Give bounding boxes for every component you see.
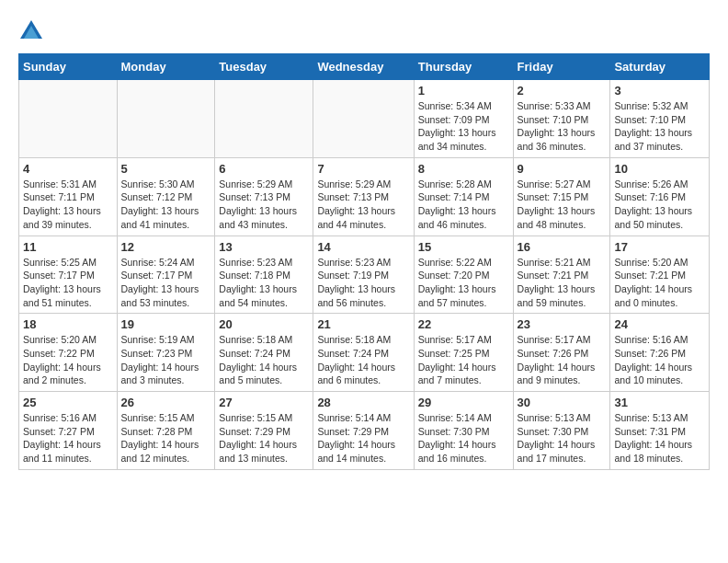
- header-cell-sunday: Sunday: [19, 54, 118, 80]
- day-info: Sunrise: 5:29 AM Sunset: 7:13 PM Dayligh…: [317, 178, 409, 232]
- day-number: 31: [614, 396, 705, 409]
- day-info: Sunrise: 5:14 AM Sunset: 7:30 PM Dayligh…: [418, 411, 509, 465]
- day-info: Sunrise: 5:23 AM Sunset: 7:19 PM Dayligh…: [317, 256, 409, 310]
- day-number: 22: [418, 317, 509, 331]
- header-row: SundayMondayTuesdayWednesdayThursdayFrid…: [19, 54, 710, 80]
- day-number: 16: [518, 240, 607, 254]
- day-info: Sunrise: 5:16 AM Sunset: 7:26 PM Dayligh…: [614, 333, 705, 387]
- calendar-cell: 4Sunrise: 5:31 AM Sunset: 7:11 PM Daylig…: [19, 157, 118, 236]
- calendar-cell: 11Sunrise: 5:25 AM Sunset: 7:17 PM Dayli…: [19, 236, 118, 314]
- day-info: Sunrise: 5:21 AM Sunset: 7:21 PM Dayligh…: [518, 256, 607, 310]
- calendar-body: 1Sunrise: 5:34 AM Sunset: 7:09 PM Daylig…: [19, 80, 710, 470]
- calendar-cell: 25Sunrise: 5:16 AM Sunset: 7:27 PM Dayli…: [19, 392, 118, 470]
- calendar-cell: 27Sunrise: 5:15 AM Sunset: 7:29 PM Dayli…: [215, 392, 313, 470]
- calendar-cell: 19Sunrise: 5:19 AM Sunset: 7:23 PM Dayli…: [117, 314, 215, 392]
- calendar-cell: 20Sunrise: 5:18 AM Sunset: 7:24 PM Dayli…: [215, 314, 313, 392]
- day-info: Sunrise: 5:25 AM Sunset: 7:17 PM Dayligh…: [23, 256, 113, 310]
- calendar-cell: 8Sunrise: 5:28 AM Sunset: 7:14 PM Daylig…: [414, 157, 513, 236]
- day-info: Sunrise: 5:28 AM Sunset: 7:14 PM Dayligh…: [418, 178, 509, 232]
- page-header: [18, 18, 710, 44]
- day-number: 13: [219, 240, 309, 254]
- day-number: 19: [121, 317, 211, 331]
- day-number: 25: [23, 396, 113, 409]
- day-number: 15: [418, 240, 509, 254]
- header-cell-wednesday: Wednesday: [313, 54, 414, 80]
- day-info: Sunrise: 5:20 AM Sunset: 7:22 PM Dayligh…: [23, 333, 113, 387]
- calendar-cell: 17Sunrise: 5:20 AM Sunset: 7:21 PM Dayli…: [610, 236, 710, 314]
- day-info: Sunrise: 5:17 AM Sunset: 7:26 PM Dayligh…: [518, 333, 607, 387]
- day-info: Sunrise: 5:29 AM Sunset: 7:13 PM Dayligh…: [219, 178, 309, 232]
- calendar-cell: [313, 80, 414, 158]
- day-number: 8: [418, 162, 509, 176]
- header-cell-tuesday: Tuesday: [215, 54, 313, 80]
- calendar-cell: 10Sunrise: 5:26 AM Sunset: 7:16 PM Dayli…: [610, 157, 710, 236]
- calendar-cell: 30Sunrise: 5:13 AM Sunset: 7:30 PM Dayli…: [513, 392, 610, 470]
- day-info: Sunrise: 5:18 AM Sunset: 7:24 PM Dayligh…: [317, 333, 409, 387]
- day-info: Sunrise: 5:33 AM Sunset: 7:10 PM Dayligh…: [518, 99, 607, 154]
- day-number: 4: [23, 162, 113, 176]
- calendar-cell: 21Sunrise: 5:18 AM Sunset: 7:24 PM Dayli…: [313, 314, 414, 392]
- day-number: 14: [317, 240, 409, 254]
- day-info: Sunrise: 5:30 AM Sunset: 7:12 PM Dayligh…: [121, 178, 211, 232]
- day-info: Sunrise: 5:14 AM Sunset: 7:29 PM Dayligh…: [317, 411, 409, 465]
- calendar-cell: [215, 80, 313, 158]
- week-row-5: 25Sunrise: 5:16 AM Sunset: 7:27 PM Dayli…: [19, 392, 710, 470]
- calendar-cell: 1Sunrise: 5:34 AM Sunset: 7:09 PM Daylig…: [414, 80, 513, 158]
- day-number: 30: [518, 396, 607, 409]
- day-number: 7: [317, 162, 409, 176]
- day-info: Sunrise: 5:17 AM Sunset: 7:25 PM Dayligh…: [418, 333, 509, 387]
- calendar-cell: 7Sunrise: 5:29 AM Sunset: 7:13 PM Daylig…: [313, 157, 414, 236]
- day-number: 28: [317, 396, 409, 409]
- day-number: 9: [518, 162, 607, 176]
- calendar-cell: 9Sunrise: 5:27 AM Sunset: 7:15 PM Daylig…: [513, 157, 610, 236]
- day-number: 2: [518, 84, 607, 98]
- calendar-cell: 22Sunrise: 5:17 AM Sunset: 7:25 PM Dayli…: [414, 314, 513, 392]
- day-info: Sunrise: 5:26 AM Sunset: 7:16 PM Dayligh…: [614, 178, 705, 232]
- week-row-3: 11Sunrise: 5:25 AM Sunset: 7:17 PM Dayli…: [19, 236, 710, 314]
- calendar-cell: 23Sunrise: 5:17 AM Sunset: 7:26 PM Dayli…: [513, 314, 610, 392]
- calendar-cell: [117, 80, 215, 158]
- day-info: Sunrise: 5:24 AM Sunset: 7:17 PM Dayligh…: [121, 256, 211, 310]
- day-number: 10: [614, 162, 705, 176]
- day-number: 27: [219, 396, 309, 409]
- header-cell-friday: Friday: [513, 54, 610, 80]
- header-cell-thursday: Thursday: [414, 54, 513, 80]
- day-info: Sunrise: 5:31 AM Sunset: 7:11 PM Dayligh…: [23, 178, 113, 232]
- day-info: Sunrise: 5:23 AM Sunset: 7:18 PM Dayligh…: [219, 256, 309, 310]
- day-info: Sunrise: 5:18 AM Sunset: 7:24 PM Dayligh…: [219, 333, 309, 387]
- calendar-cell: 16Sunrise: 5:21 AM Sunset: 7:21 PM Dayli…: [513, 236, 610, 314]
- day-number: 26: [121, 396, 211, 409]
- day-number: 23: [518, 317, 607, 331]
- day-number: 3: [614, 84, 705, 98]
- day-info: Sunrise: 5:20 AM Sunset: 7:21 PM Dayligh…: [614, 256, 705, 310]
- calendar-cell: 3Sunrise: 5:32 AM Sunset: 7:10 PM Daylig…: [610, 80, 710, 158]
- header-cell-saturday: Saturday: [610, 54, 710, 80]
- day-number: 18: [23, 317, 113, 331]
- calendar-cell: 29Sunrise: 5:14 AM Sunset: 7:30 PM Dayli…: [414, 392, 513, 470]
- day-info: Sunrise: 5:13 AM Sunset: 7:30 PM Dayligh…: [518, 411, 607, 465]
- calendar-cell: 13Sunrise: 5:23 AM Sunset: 7:18 PM Dayli…: [215, 236, 313, 314]
- day-number: 17: [614, 240, 705, 254]
- day-info: Sunrise: 5:16 AM Sunset: 7:27 PM Dayligh…: [23, 411, 113, 465]
- calendar-cell: [19, 80, 118, 158]
- calendar-cell: 12Sunrise: 5:24 AM Sunset: 7:17 PM Dayli…: [117, 236, 215, 314]
- calendar-table: SundayMondayTuesdayWednesdayThursdayFrid…: [18, 53, 710, 470]
- calendar-cell: 18Sunrise: 5:20 AM Sunset: 7:22 PM Dayli…: [19, 314, 118, 392]
- day-number: 12: [121, 240, 211, 254]
- week-row-1: 1Sunrise: 5:34 AM Sunset: 7:09 PM Daylig…: [19, 80, 710, 158]
- day-info: Sunrise: 5:32 AM Sunset: 7:10 PM Dayligh…: [614, 99, 705, 154]
- calendar-cell: 14Sunrise: 5:23 AM Sunset: 7:19 PM Dayli…: [313, 236, 414, 314]
- week-row-4: 18Sunrise: 5:20 AM Sunset: 7:22 PM Dayli…: [19, 314, 710, 392]
- calendar-cell: 15Sunrise: 5:22 AM Sunset: 7:20 PM Dayli…: [414, 236, 513, 314]
- logo: [18, 18, 48, 44]
- calendar-cell: 5Sunrise: 5:30 AM Sunset: 7:12 PM Daylig…: [117, 157, 215, 236]
- calendar-cell: 26Sunrise: 5:15 AM Sunset: 7:28 PM Dayli…: [117, 392, 215, 470]
- week-row-2: 4Sunrise: 5:31 AM Sunset: 7:11 PM Daylig…: [19, 157, 710, 236]
- calendar-cell: 28Sunrise: 5:14 AM Sunset: 7:29 PM Dayli…: [313, 392, 414, 470]
- calendar-cell: 2Sunrise: 5:33 AM Sunset: 7:10 PM Daylig…: [513, 80, 610, 158]
- day-info: Sunrise: 5:27 AM Sunset: 7:15 PM Dayligh…: [518, 178, 607, 232]
- day-info: Sunrise: 5:34 AM Sunset: 7:09 PM Dayligh…: [418, 99, 509, 154]
- calendar-cell: 6Sunrise: 5:29 AM Sunset: 7:13 PM Daylig…: [215, 157, 313, 236]
- day-number: 21: [317, 317, 409, 331]
- day-info: Sunrise: 5:15 AM Sunset: 7:29 PM Dayligh…: [219, 411, 309, 465]
